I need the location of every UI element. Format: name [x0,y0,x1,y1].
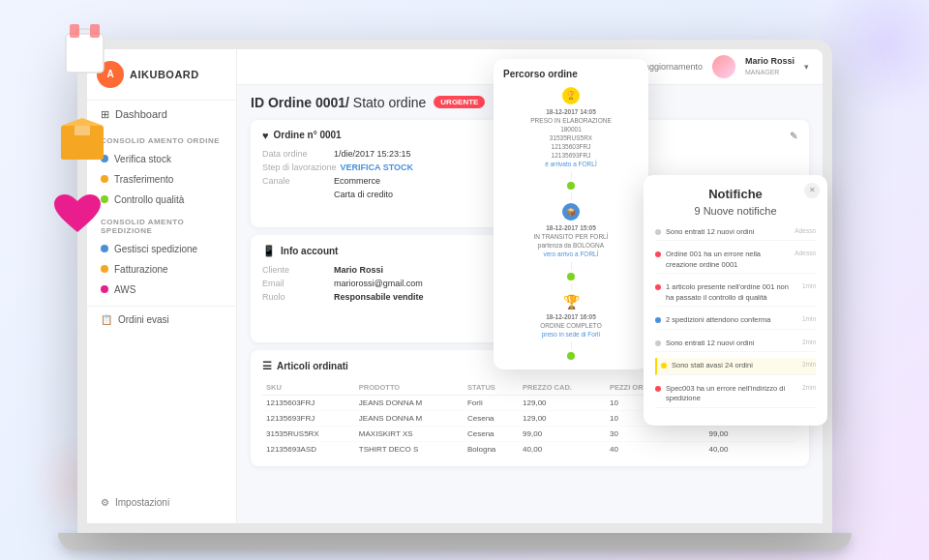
cell-sku: 12135693FRJ [262,410,355,426]
notif-time: 2min [802,384,816,391]
sidebar-item-label: AWS [114,284,135,295]
cell-prodotto: JEANS DONNA M [355,410,464,426]
cell-status: Cesena [464,410,519,426]
col-prodotto: PRODOTTO [355,380,464,396]
notif-count: 9 Nuove notifiche [655,205,816,217]
timeline-check-2 [567,273,575,280]
notif-text: Sono entrati 12 nuovi ordini [666,339,754,349]
timeline-item-3: 🏆 18-12-2017 16:05 ORDINE COMPLETO preso… [503,294,639,360]
trophy-icon: 🏆 [563,294,580,309]
cell-pezzi: 30 [606,426,704,441]
sidebar-item-trasferimento[interactable]: Trasferimento [87,169,236,190]
sidebar-item-label: Verifica stock [114,154,171,164]
card-row-ruolo: Ruolo Responsabile vendite [262,292,515,302]
notif-text: 1 articolo presente nell'ordine 001 non … [666,282,797,303]
card-title: ♥ Ordine n° 0001 [262,130,515,141]
card-row-cliente: Cliente Mario Rossi [262,265,515,275]
svg-rect-0 [66,34,104,73]
timeline-trophy-row: 🏆 [563,294,580,309]
sidebar-bottom: ⚙ Impostazioni [87,491,236,514]
cell-pezzi: 40 [606,441,704,457]
notif-dot-icon [655,251,661,257]
cell-prezzo: 40,00 [519,441,606,457]
sidebar-item-gestisci-spedizione[interactable]: Gestisci spedizione [87,239,236,259]
sidebar-item-label: Gestisci spedizione [114,244,197,254]
notif-dot-icon [655,340,661,346]
notif-time: Adesso [794,227,816,234]
col-sku: SKU [262,380,355,396]
timeline-connector-3 [571,341,572,349]
sidebar-item-label: Ordini evasi [118,314,169,325]
sidebar-item-label: Controllo qualità [114,194,184,205]
order-info-card: ♥ Ordine n° 0001 Data ordine 1/die/2017 … [251,120,526,227]
sidebar-item-ordini-evasi[interactable]: 📋 Ordini evasi [87,306,236,330]
notif-item-4: 2 spedizioni attendono conferma 1min [655,312,816,330]
dot-icon [101,285,108,293]
notif-item-2: Ordine 001 ha un errore nella creazione … [655,247,816,274]
notif-item-1: Sono entrati 12 nuovi ordini Adesso [655,224,816,242]
sidebar-item-fatturazione[interactable]: Fatturazione [87,259,236,280]
card-title: 📱 Info account ✎ [262,245,515,257]
svg-rect-1 [70,24,79,38]
settings-icon: ⚙ [101,497,109,508]
user-avatar [712,55,735,78]
timeline-item-2: 📦 18-12-2017 15:05 IN TRANSITO PER FORLÌ… [503,203,639,280]
card-row-step: Step di lavorazione VERIFICA STOCK [262,162,515,172]
notifications-panel: ✕ Notifiche 9 Nuove notifiche Sono entra… [644,175,827,426]
chevron-down-icon[interactable]: ▾ [804,62,809,72]
cell-sku: 31535RUS5RX [262,426,355,441]
notif-item-3: 1 articolo presente nell'ordine 001 non … [655,280,816,307]
notif-dot-icon [655,229,661,235]
account-card: 📱 Info account ✎ Cliente Mario Rossi Ema… [251,235,526,342]
articles-card-icon: ☰ [262,360,272,372]
sidebar-item-aws[interactable]: AWS [87,280,236,300]
account-card-icon: 📱 [262,245,276,257]
dot-icon [101,265,108,273]
timeline-text-1: 18-12-2017 14:05 PRESO IN ELABORAZIONE 1… [530,107,611,169]
cell-status: Forlì [464,395,519,410]
cell-prezzo: 129,00 [519,395,606,410]
notif-time: 1min [802,282,816,289]
notif-time: 2min [802,339,816,345]
edit-shipping-icon[interactable]: ✎ [790,131,797,141]
heart-card-icon: ♥ [262,130,269,141]
timeline-icon-1: 🏆 [562,87,580,104]
notif-dot-icon [661,363,667,368]
percorso-panel: Percorso ordine 🏆 18-12-2017 14:05 PRESO… [494,59,648,369]
cell-prezzo: 99,00 [519,426,606,441]
timeline-text-3: 18-12-2017 16:05 ORDINE COMPLETO preso i… [540,312,601,339]
notif-dot-icon [655,386,661,392]
notif-text: 2 spedizioni attendono conferma [666,315,770,326]
notif-text: Spec003 ha un errore nell'indirizzo di s… [666,384,797,404]
order-id-text: ID Ordine 0001/ Stato ordine [251,95,426,110]
dot-icon [101,175,108,183]
notif-time: 2min [802,361,816,368]
notif-dot-icon [655,317,661,323]
timeline-connector-2 [571,262,572,270]
svg-rect-2 [90,24,100,38]
user-name: Mario Rossi [745,56,794,68]
notif-time: Adesso [794,250,816,256]
card-row-pagamento: Carta di credito [262,190,515,199]
timeline-check-3 [567,352,575,360]
svg-rect-5 [75,126,90,135]
notif-text: Ordine 001 ha un errore nella creazione … [666,250,790,270]
cell-prodotto: TSHIRT DECO S [355,441,464,457]
cell-totale: 99,00 [704,426,797,441]
sidebar-item-label: Fatturazione [114,264,168,275]
sidebar-item-controllo-qualita[interactable]: Controllo qualità [87,190,236,210]
cell-totale: 40,00 [704,441,797,457]
close-notifications-button[interactable]: ✕ [804,183,820,198]
timeline-connector [571,171,572,179]
verifica-stock-link[interactable]: VERIFICA STOCK [341,162,414,172]
notif-time: 1min [802,315,816,322]
sidebar-section-spedizione: CONSOLID AMENTO SPEDIZIONE [87,210,236,239]
cell-status: Bologna [464,441,519,457]
sidebar-item-impostazioni[interactable]: ⚙ Impostazioni [101,497,223,508]
cell-sku: 12135603FRJ [262,395,355,410]
cell-status: Cesena [464,426,519,441]
settings-label: Impostazioni [115,497,169,508]
shopping-bag-icon [58,19,111,82]
card-row-email: Email mariorossi@gmail.com [262,279,515,288]
notif-title: Notifiche [655,187,816,201]
